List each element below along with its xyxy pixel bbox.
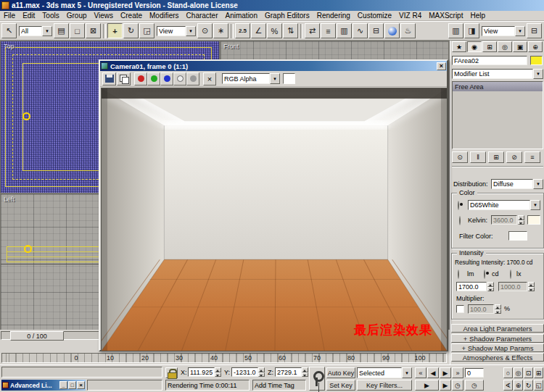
modifier-list-combo[interactable]: Modifier List▼ — [452, 69, 543, 79]
vfb-close-button[interactable]: × — [437, 62, 446, 70]
current-frame-field[interactable]: 0 — [465, 368, 484, 378]
x-spinner[interactable] — [215, 367, 221, 377]
angle-snap-button[interactable]: ∠ — [251, 23, 266, 38]
next-frame-button[interactable]: ▶ — [440, 367, 451, 378]
y-spinner[interactable] — [258, 367, 265, 377]
tab-create[interactable]: ★ — [452, 41, 466, 52]
chevron-down-icon[interactable]: ▼ — [402, 367, 412, 378]
z-spinner[interactable] — [302, 367, 308, 377]
menu-viz-r4[interactable]: VIZ R4 — [395, 12, 425, 20]
play-animation-button[interactable]: ▶ — [415, 380, 439, 391]
object-color-swatch[interactable] — [530, 56, 543, 65]
color-preset-combo[interactable]: D65White▼ — [468, 200, 540, 210]
modifier-stack-list[interactable]: Free Area — [452, 81, 543, 149]
menu-group[interactable]: Group — [63, 12, 91, 20]
time-slider-button[interactable]: 0 / 100 — [10, 331, 64, 341]
kelvin-field[interactable]: 3600.0 — [491, 215, 517, 225]
color-preset-radio[interactable] — [458, 201, 459, 210]
mirror-button[interactable]: ⇄ — [305, 23, 320, 38]
light-gizmo-top[interactable] — [22, 112, 30, 120]
menu-character[interactable]: Character — [183, 12, 222, 20]
render-type-button[interactable]: ▥ — [448, 23, 463, 38]
advanced-lighting-minimized-window[interactable]: Advanced Li... _ □ × — [1, 380, 86, 391]
toolbar-extra-button[interactable]: ⊟ — [527, 23, 542, 38]
crossing-selection-button[interactable]: ⊠ — [86, 23, 101, 38]
enable-blue-button[interactable] — [160, 72, 173, 86]
vfb-title-bar[interactable]: Camera01, frame 0 (1:1) × — [100, 61, 447, 71]
zoom-extents-all-button[interactable]: ⊞ — [534, 367, 543, 378]
reference-coordinate-combo[interactable]: View▼ — [157, 26, 196, 36]
pin-stack-button[interactable]: ⊙ — [452, 151, 468, 163]
menu-customize[interactable]: Customize — [354, 12, 395, 20]
chevron-down-icon[interactable]: ▼ — [186, 26, 196, 36]
kelvin-radio[interactable] — [459, 216, 461, 225]
stack-item-free-area[interactable]: Free Area — [453, 82, 543, 91]
restore-button[interactable]: □ — [68, 381, 76, 389]
rollout-area-light-parameters[interactable]: Area Light Parameters — [451, 324, 544, 333]
menu-maxscript[interactable]: MAXScript — [425, 12, 466, 20]
schematic-view-button[interactable]: ⊟ — [368, 23, 384, 38]
object-name-field[interactable]: FArea02 — [452, 56, 527, 65]
auto-key-button[interactable]: Auto Key — [326, 367, 355, 378]
chevron-down-icon[interactable]: ▼ — [42, 26, 52, 36]
intensity-alt-field[interactable]: 1000.0 — [498, 282, 527, 291]
spinner-snap-button[interactable]: ⇅ — [283, 23, 298, 38]
key-filters-button[interactable]: Key Filters... — [357, 380, 412, 391]
previous-frame-button[interactable]: ◀ — [427, 367, 439, 378]
light-gizmo-left[interactable] — [24, 245, 32, 253]
zoom-all-button[interactable]: ◎ — [514, 367, 523, 378]
rollout-shadow-map-params[interactable]: + Shadow Map Params — [451, 343, 544, 352]
multiplier-field[interactable]: 100.0 — [468, 304, 494, 314]
menu-modifiers[interactable]: Modifiers — [146, 12, 183, 20]
chevron-down-icon[interactable]: ▼ — [530, 200, 540, 210]
use-pivot-center-button[interactable]: ⊙ — [197, 23, 213, 38]
select-and-manipulate-button[interactable]: ∗ — [213, 23, 228, 38]
chevron-down-icon[interactable]: ▼ — [270, 73, 280, 84]
multiplier-spinner[interactable] — [495, 304, 501, 314]
menu-graph-editors[interactable]: Graph Editors — [261, 12, 313, 20]
curve-editor-button[interactable]: ∿ — [353, 23, 368, 38]
render-scene-button[interactable]: ♨ — [400, 23, 416, 38]
tab-hierarchy[interactable]: ⊞ — [482, 41, 497, 52]
intensity-alt-spinner[interactable] — [528, 282, 535, 291]
align-button[interactable]: ≡ — [321, 23, 336, 38]
channel-display-combo[interactable]: RGB Alpha▼ — [222, 73, 280, 84]
go-to-start-button[interactable]: « — [415, 367, 426, 378]
material-editor-button[interactable] — [384, 23, 400, 38]
zoom-button[interactable]: ○ — [503, 367, 513, 378]
chevron-down-icon[interactable]: ▼ — [533, 179, 543, 189]
selected-filter-combo[interactable]: Selected▼ — [357, 367, 412, 378]
background-color-swatch[interactable] — [283, 73, 295, 84]
cd-radio[interactable] — [484, 270, 485, 279]
menu-help[interactable]: Help — [466, 12, 489, 20]
kelvin-color-swatch[interactable] — [527, 215, 540, 225]
filter-color-swatch[interactable] — [508, 231, 527, 241]
display-alpha-button[interactable] — [173, 72, 186, 86]
time-configuration-button[interactable]: ◷ — [465, 380, 484, 391]
set-keys-big-button[interactable] — [309, 367, 325, 391]
viewport-left-label[interactable]: Left — [4, 196, 15, 203]
snap-toggle-button[interactable]: 2.5 — [235, 23, 250, 38]
menu-rendering[interactable]: Rendering — [313, 12, 354, 20]
key-mode-toggle-button[interactable]: ▶ — [440, 380, 451, 391]
percent-snap-button[interactable]: % — [267, 23, 282, 38]
show-end-result-button[interactable]: ‖ — [470, 151, 486, 163]
x-coord-field[interactable]: 111.925 — [188, 367, 215, 377]
enable-green-button[interactable] — [147, 72, 160, 86]
minimize-button[interactable]: _ — [59, 381, 67, 389]
time-tag-button[interactable]: ◷ — [452, 380, 463, 391]
chevron-down-icon[interactable]: ▼ — [515, 26, 525, 36]
add-time-tag[interactable]: Add Time Tag — [252, 380, 306, 391]
rectangular-region-button[interactable]: □ — [70, 23, 85, 38]
lm-radio[interactable] — [458, 270, 459, 279]
remove-modifier-button[interactable]: ⊘ — [506, 151, 522, 163]
rollout-atmospheres-effects[interactable]: Atmospheres & Effects — [451, 353, 544, 362]
menu-edit[interactable]: Edit — [19, 12, 38, 20]
select-and-scale-button[interactable]: ◲ — [139, 23, 154, 38]
quick-render-button[interactable]: ◨ — [464, 23, 479, 38]
lx-radio[interactable] — [510, 270, 511, 279]
configure-modifier-sets-button[interactable]: ≡ — [524, 151, 540, 163]
menu-file[interactable]: File — [0, 12, 19, 20]
z-coord-field[interactable]: 2729.1 — [275, 367, 302, 377]
select-object-button[interactable]: ↖ — [1, 23, 17, 38]
